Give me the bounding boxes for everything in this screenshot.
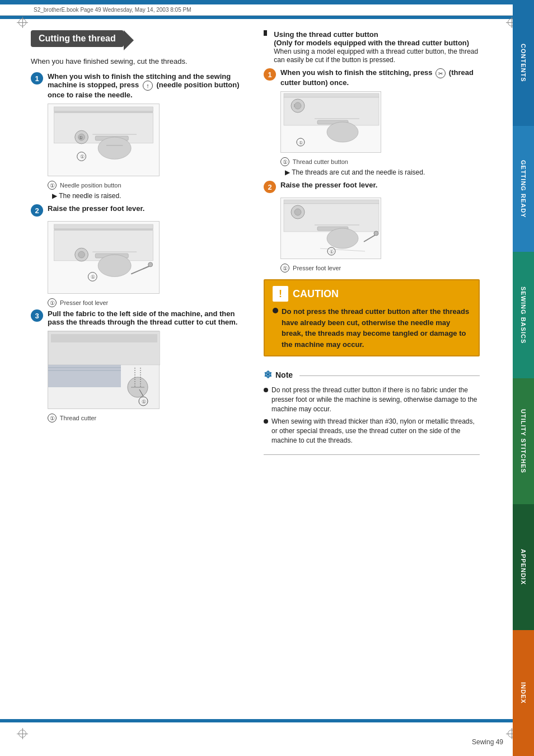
svg-line-55 [320,248,365,251]
step1-text: When you wish to finish the stitching an… [48,72,247,99]
right-step2-illustration: ① [280,198,381,259]
note-box: ❄ Note Do not press the thread cutter bu… [264,363,480,455]
note-header: ❄ Note [264,369,480,381]
svg-rect-25 [51,334,157,342]
right-step2-circle: 2 [264,181,276,193]
file-info-text: S2_brotherE.book Page 49 Wednesday, May … [34,7,191,13]
right-step1-arrow-note: The threads are cut and the needle is ra… [285,168,480,176]
note-dot-1 [264,388,268,392]
svg-text:①: ① [79,135,83,140]
caution-bullet: Do not press the thread cutter button af… [273,306,471,350]
caution-icon: ! [273,286,288,302]
step2-row: 2 Raise the presser foot lever. [31,204,247,217]
svg-text:①: ① [142,399,146,405]
svg-line-20 [131,266,150,274]
note-item-2: When sewing with thread thicker than #30… [264,417,480,445]
step2-text: Raise the presser foot lever. [48,204,247,213]
right-step1-callout: ① Thread cutter button [280,157,480,166]
sidebar-tab-contents[interactable]: CONTENTS [513,0,534,126]
page-footer: Sewing 49 [472,738,503,746]
using-title: Using the thread cutter button [274,30,378,39]
right-step2-row: 2 Raise the presser foot lever. [264,181,480,193]
note-title: Note [275,370,293,379]
step1-callout1: ① Needle position button [48,181,247,190]
section-title: Cutting the thread [31,30,124,47]
right-step1-row: 1 When you wish to finish the stitching,… [264,68,480,87]
svg-rect-12 [54,224,153,229]
step1-arrow-note: The needle is raised. [52,192,247,200]
svg-rect-46 [284,200,379,204]
caution-bullet-dot [273,308,278,313]
right-step2-text: Raise the presser foot lever. [280,181,480,189]
sidebar-tab-utility-stitches[interactable]: UTILITY STITCHES [513,378,534,504]
crosshair-bottom-left [17,728,28,739]
svg-rect-26 [48,365,121,387]
note-snowflake-icon: ❄ [264,369,272,381]
crosshair-top-left [17,17,28,28]
caution-box: ! CAUTION Do not press the thread cutter… [264,279,480,356]
sidebar-tab-index[interactable]: INDEX [513,630,534,756]
using-intro: When using a model equipped with a threa… [274,48,478,64]
step2-machine-illustration: ① [48,221,160,294]
step3-circle: 3 [31,309,43,322]
sidebar-tab-getting-ready[interactable]: GETTING READY [513,126,534,252]
svg-rect-36 [284,93,379,97]
square-bullet-icon [264,30,267,36]
svg-text:①: ① [330,250,334,255]
top-decorative-bar [0,0,534,4]
note-dot-2 [264,419,268,424]
svg-point-40 [294,102,301,109]
right-step2-callout: ① Presser foot lever [280,264,480,273]
svg-point-21 [148,262,153,267]
svg-point-19 [98,255,131,276]
sidebar-tabs: CONTENTS GETTING READY SEWING BASICS UTI… [513,0,534,756]
sidebar-tab-sewing-basics[interactable]: SEWING BASICS [513,252,534,378]
right-step1-circle: 1 [264,68,276,81]
file-info-bar: S2_brotherE.book Page 49 Wednesday, May … [0,4,534,16]
thread-cutter-illustration: ① [48,331,160,409]
step3-callout1: ① Thread cutter [48,414,247,422]
step2-circle: 2 [31,204,43,217]
left-column: Cutting the thread When you have finishe… [31,30,247,455]
svg-point-8 [98,137,131,159]
step2-callout1: ① Presser foot lever [48,298,247,307]
svg-point-18 [78,251,85,258]
sidebar-tab-appendix[interactable]: APPENDIX [513,504,534,630]
svg-text:①: ① [80,154,85,159]
svg-point-49 [294,209,301,215]
caution-title: CAUTION [293,288,339,300]
svg-point-43 [327,122,358,142]
svg-text:①: ① [299,140,303,145]
svg-rect-0 [54,107,153,111]
step3-text: Pull the fabric to the left side of the … [48,309,247,326]
right-column: Using the thread cutter button (Only for… [264,30,480,455]
step3-row: 3 Pull the fabric to the left side of th… [31,309,247,326]
svg-point-54 [374,231,378,236]
svg-text:①: ① [91,274,95,280]
caution-header: ! CAUTION [273,286,471,302]
svg-point-52 [327,228,358,248]
step1-row: 1 When you wish to finish the stitching … [31,72,247,99]
bottom-blue-bar [0,719,534,722]
svg-line-53 [364,234,376,242]
right-step1-text: When you wish to finish the stitching, p… [280,68,480,87]
note-divider [299,375,480,376]
right-step1-illustration: ✂ ① [280,91,381,153]
svg-rect-1 [54,111,153,113]
note-item-1: Do not press the thread cutter button if… [264,386,480,414]
intro-text: When you have finished sewing, cut the t… [31,57,247,65]
using-title-row: Using the thread cutter button (Only for… [264,30,480,64]
svg-rect-13 [54,229,153,231]
step1-machine-illustration: ① ① [48,104,160,176]
step1-circle: 1 [31,72,43,84]
caution-text: Do not press the thread cutter button af… [282,306,471,350]
using-subtitle: (Only for models equipped with the threa… [274,39,469,47]
